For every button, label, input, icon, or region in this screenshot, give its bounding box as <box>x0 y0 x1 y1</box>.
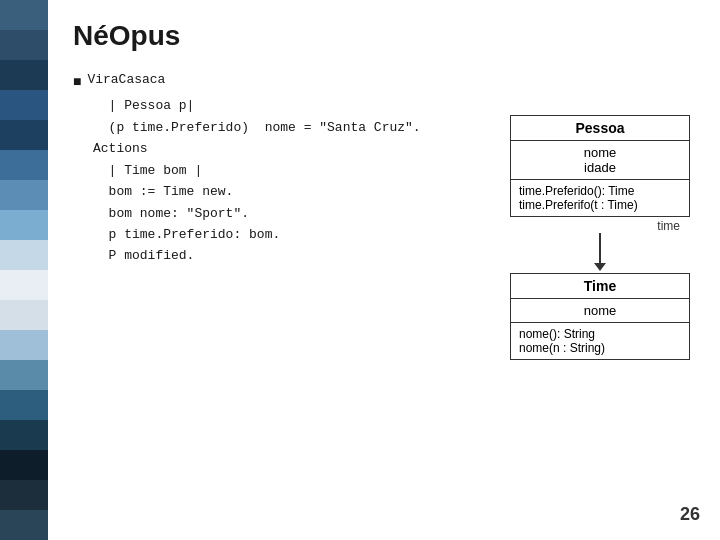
pessoa-attributes: nome idade <box>511 141 689 180</box>
code-line-1: | Pessoa p| <box>93 95 695 116</box>
time-methods: nome(): String nome(n : String) <box>511 323 689 359</box>
arrow-label: time <box>657 219 690 233</box>
time-header: Time <box>511 274 689 299</box>
time-uml-box: Time nome nome(): String nome(n : String… <box>510 273 690 360</box>
time-attributes: nome <box>511 299 689 323</box>
color-strip <box>0 0 48 540</box>
pessoa-header: Pessoa <box>511 116 689 141</box>
time-method-2: nome(n : String) <box>519 341 681 355</box>
class-declaration: ■ ViraCasaca <box>73 70 695 93</box>
arrow-line <box>599 233 601 263</box>
page-number: 26 <box>680 504 700 525</box>
pessoa-uml-box: Pessoa nome idade time.Preferido(): Time… <box>510 115 690 217</box>
pessoa-method-2: time.Preferifo(t : Time) <box>519 198 681 212</box>
page-title: NéOpus <box>73 20 695 52</box>
bullet-icon: ■ <box>73 71 81 93</box>
time-attr-nome: nome <box>521 303 679 318</box>
pessoa-attr-nome: nome <box>521 145 679 160</box>
diagram-area: Pessoa nome idade time.Preferido(): Time… <box>510 115 690 360</box>
pessoa-method-1: time.Preferido(): Time <box>519 184 681 198</box>
time-method-1: nome(): String <box>519 327 681 341</box>
pessoa-attr-idade: idade <box>521 160 679 175</box>
arrow-container: time <box>510 219 690 271</box>
pessoa-methods: time.Preferido(): Time time.Preferifo(t … <box>511 180 689 216</box>
class-name: ViraCasaca <box>87 70 165 91</box>
arrow-head-icon <box>594 263 606 271</box>
